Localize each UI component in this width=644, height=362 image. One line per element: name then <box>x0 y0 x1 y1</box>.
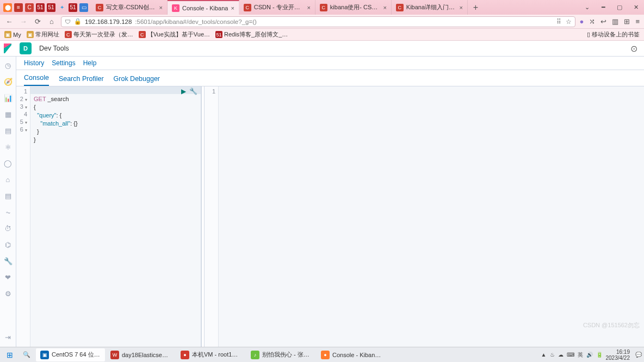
search-button[interactable]: 🔍 <box>18 348 35 361</box>
taskbar-item[interactable]: ●Console - Kibana… <box>317 348 386 361</box>
tray-icon[interactable]: ♨ <box>550 352 555 358</box>
browser-tab[interactable]: C 写文章-CSDN创作中心 × <box>91 0 168 15</box>
taskbar-clock[interactable]: 16:19 2023/4/22 <box>606 349 633 361</box>
taskbar-item[interactable]: ♪别怕我伤心 - 张信… <box>246 348 315 361</box>
extensions-icon[interactable]: ⊞ <box>624 17 630 26</box>
notifications-icon[interactable]: 💬 <box>635 352 642 358</box>
bookmark-item[interactable]: C每天第一次登录（发… <box>65 30 133 39</box>
tabs-dropdown-icon[interactable]: ⌄ <box>579 0 595 15</box>
bookmark-item[interactable]: ▣常用网址 <box>27 30 59 39</box>
bookmark-star-icon[interactable]: ☆ <box>566 18 572 26</box>
shield-icon[interactable]: 🛡 <box>65 18 71 25</box>
close-icon[interactable]: × <box>307 4 310 11</box>
bookmark-item[interactable]: C【Vue实战】基于Vue… <box>139 30 210 39</box>
taskbar-item[interactable]: ▣CentOS 7 64 位 (2… <box>36 348 105 361</box>
taskbar-item[interactable]: ●本机VM - root123… <box>176 348 245 361</box>
close-icon[interactable]: × <box>383 4 386 11</box>
sidebar-maps-icon[interactable]: ⚛ <box>3 141 14 152</box>
lock-icon[interactable]: 🔒 <box>74 18 82 25</box>
main-area: History Settings Help Console Search Pro… <box>16 57 644 347</box>
tray-ime[interactable]: 英 <box>578 351 583 359</box>
request-options-icon[interactable]: 🔧 <box>189 88 197 95</box>
help-icon[interactable]: ⊙ <box>624 43 644 54</box>
taskbar-item[interactable]: Wday18Elasticsearc… <box>106 348 175 361</box>
kibana-logo-icon[interactable] <box>0 41 16 57</box>
sidebar-expand-icon[interactable]: ⇥ <box>3 332 14 342</box>
devtools-tabs: Console Search Profiler Grok Debugger <box>16 70 644 86</box>
sidebar-discover-icon[interactable]: 🧭 <box>3 76 14 87</box>
titlebar-icon[interactable]: 51 <box>47 3 55 12</box>
favicon-icon: C <box>396 4 404 11</box>
response-gutter: 1 <box>205 86 219 347</box>
tray-icon[interactable]: ☁ <box>558 352 564 358</box>
sidebar-apm-icon[interactable]: ⏦ <box>3 207 14 217</box>
sidebar-infra-icon[interactable]: ⌂ <box>3 174 14 185</box>
browser-tab[interactable]: C kibana使用- CSDN搜索 × <box>315 0 392 15</box>
sidebar-logs-icon[interactable]: ▤ <box>3 190 14 201</box>
tray-icon[interactable]: ⌨ <box>567 352 574 358</box>
titlebar-icon[interactable]: 51 <box>69 3 77 12</box>
tray-icon[interactable]: 🔊 <box>586 352 593 358</box>
side-nav: ◷ 🧭 📊 ▦ ▤ ⚛ ◯ ⌂ ▤ ⏦ ⏱ ⌬ 🔧 ❤ ⚙ ⇥ <box>0 57 16 347</box>
browser-tab[interactable]: C Kibana详细入门教程_yygr的博… × <box>392 0 468 15</box>
sidebar-devtools-icon[interactable]: 🔧 <box>3 255 14 266</box>
tray-icon[interactable]: ▲ <box>541 352 547 358</box>
home-icon[interactable]: ⌂ <box>47 17 57 27</box>
settings-link[interactable]: Settings <box>52 59 75 67</box>
titlebar-icon[interactable]: 51 <box>36 3 45 12</box>
space-selector[interactable]: D <box>20 42 32 54</box>
back-icon[interactable]: ← <box>4 17 14 27</box>
windows-taskbar: ⊞ 🔍 ▣CentOS 7 64 位 (2… Wday18Elasticsear… <box>0 347 644 362</box>
address-bar[interactable]: 🛡 🔒 192.168.179.128:5601/app/kibana#/dev… <box>61 16 575 27</box>
run-request-icon[interactable]: ▶ <box>181 88 186 95</box>
favicon-icon: C <box>244 4 251 11</box>
profile-icon[interactable]: ● <box>580 17 584 26</box>
sidebar-canvas-icon[interactable]: ▤ <box>3 125 14 136</box>
tab-console[interactable]: Console <box>24 74 49 86</box>
request-code[interactable]: GET _search { "query": { "match_all": {}… <box>30 86 201 347</box>
sidebar-recent-icon[interactable]: ◷ <box>3 60 14 71</box>
translate-icon[interactable]: ⠿ <box>556 18 561 26</box>
close-window-icon[interactable]: ✕ <box>628 0 644 15</box>
start-button[interactable]: ⊞ <box>2 348 17 361</box>
sidebar-ml-icon[interactable]: ◯ <box>3 158 14 168</box>
menu-icon[interactable]: ≡ <box>635 17 640 26</box>
sidebar-uptime-icon[interactable]: ⏱ <box>3 223 14 234</box>
browser-navbar: ← → ⟳ ⌂ 🛡 🔒 192.168.179.128:5601/app/kib… <box>0 15 644 29</box>
close-icon[interactable]: × <box>231 5 234 11</box>
bookmark-item[interactable]: ▣My <box>4 31 21 38</box>
close-icon[interactable]: × <box>459 4 462 11</box>
reload-icon[interactable]: ⟳ <box>33 17 42 27</box>
history-link[interactable]: History <box>24 59 44 67</box>
browser-tab-active[interactable]: K Console - Kibana × <box>168 0 239 15</box>
sidebar-dashboard-icon[interactable]: ▦ <box>3 109 14 120</box>
help-link[interactable]: Help <box>83 59 97 67</box>
request-pane[interactable]: 1 2 ▾ 3 ▾ 4 5 ▾ 6 ▾ GET _search { "query… <box>16 86 201 347</box>
refresh-ext-icon[interactable]: ⤭ <box>589 17 595 26</box>
maximize-icon[interactable]: ▢ <box>611 0 628 15</box>
sidebar-monitoring-icon[interactable]: ❤ <box>3 272 14 283</box>
new-tab-button[interactable]: + <box>468 3 484 13</box>
search-icon: 🔍 <box>23 351 30 358</box>
bookmark-item[interactable]: 51Redis博客_原创博文_… <box>215 30 288 39</box>
sidebar-siem-icon[interactable]: ⌬ <box>3 239 14 250</box>
response-code[interactable] <box>219 86 644 347</box>
library-icon[interactable]: ▥ <box>612 17 618 26</box>
tab-search-profiler[interactable]: Search Profiler <box>59 75 104 86</box>
undo-icon[interactable]: ↩ <box>600 17 606 26</box>
titlebar-icon[interactable]: C <box>25 3 34 12</box>
close-icon[interactable]: × <box>159 4 163 11</box>
mobile-bookmarks[interactable]: ▯移动设备上的书签 <box>587 30 640 39</box>
minimize-icon[interactable]: ━ <box>595 0 611 15</box>
tab-grok-debugger[interactable]: Grok Debugger <box>114 75 160 86</box>
browser-tab[interactable]: C CSDN - 专业开发者社区 × <box>239 0 315 15</box>
titlebar-icon[interactable]: ✦ <box>58 3 66 12</box>
app-icon: ● <box>321 351 330 359</box>
sidebar-visualize-icon[interactable]: 📊 <box>3 92 14 103</box>
titlebar-icon[interactable]: ▭ <box>79 3 88 12</box>
tray-icon[interactable]: 🔋 <box>596 352 603 358</box>
response-pane[interactable]: 1 <box>205 86 644 347</box>
sidebar-management-icon[interactable]: ⚙ <box>3 288 14 299</box>
forward-icon[interactable]: → <box>18 17 28 27</box>
titlebar-icon[interactable]: ≡ <box>14 3 23 12</box>
